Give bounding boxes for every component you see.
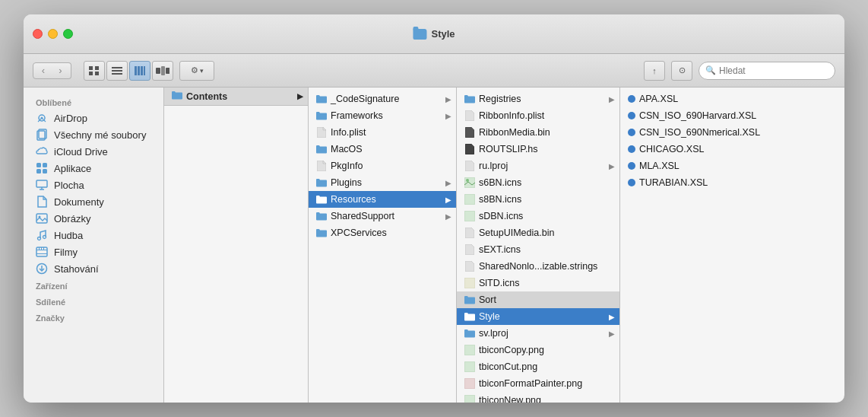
arrow-icon: ▶ xyxy=(609,329,615,338)
pane-4: APA.XSL CSN_ISO_690Harvard.XSL CSN_ISO_6… xyxy=(620,88,844,403)
file-item[interactable]: MacOS xyxy=(309,141,456,158)
file-icon xyxy=(464,228,475,238)
folder-icon xyxy=(464,294,475,305)
svg-rect-43 xyxy=(464,361,475,372)
svg-rect-34 xyxy=(43,247,44,250)
svg-rect-21 xyxy=(43,169,47,173)
sidebar-item-apps[interactable]: Aplikace xyxy=(24,160,163,177)
coverflow-view-button[interactable] xyxy=(152,61,173,81)
search-box[interactable]: 🔍 xyxy=(699,62,835,80)
file-item-apa[interactable]: APA.XSL xyxy=(620,91,844,107)
file-item[interactable]: PkgInfo xyxy=(309,158,456,174)
file-item[interactable]: tbiconFormatPainter.png xyxy=(457,375,619,392)
folder-icon xyxy=(464,94,475,104)
file-item[interactable]: sDBN.icns xyxy=(457,208,619,224)
sidebar-item-label: AirDrop xyxy=(54,113,87,124)
folder-icon xyxy=(464,311,475,322)
svg-rect-7 xyxy=(135,66,137,75)
folder-icon xyxy=(316,211,327,221)
file-item[interactable]: sv.lproj ▶ xyxy=(457,325,619,342)
minimize-button[interactable] xyxy=(48,29,58,39)
sidebar-item-label: Dokumenty xyxy=(54,196,104,208)
sidebar: Oblíbené AirDrop Všechny mé soubory iClo… xyxy=(24,88,164,403)
file-item-csnnmerical[interactable]: CSN_ISO_690Nmerical.XSL xyxy=(620,124,844,141)
file-item[interactable]: s8BN.icns xyxy=(457,191,619,208)
xsl-icon xyxy=(628,162,635,170)
sidebar-item-downloads[interactable]: Stahování xyxy=(24,260,163,277)
sidebar-item-all-files[interactable]: Všechny mé soubory xyxy=(24,126,163,143)
search-input[interactable] xyxy=(719,65,828,76)
file-item[interactable]: Plugins ▶ xyxy=(309,174,456,191)
file-item-sort[interactable]: Sort xyxy=(457,291,619,308)
file-item[interactable]: RibbonMedia.bin xyxy=(457,124,619,141)
tags-section-title: Značky xyxy=(24,309,163,325)
xsl-icon xyxy=(628,129,635,136)
gear-icon: ⚙ xyxy=(191,65,198,75)
file-item[interactable]: ROUTSLIP.hs xyxy=(457,141,619,158)
file-item[interactable]: SharedNonlo...izable.strings xyxy=(457,258,619,275)
svg-rect-39 xyxy=(464,194,475,205)
forward-button[interactable]: › xyxy=(50,62,71,79)
file-icon xyxy=(316,127,327,138)
pane-1-arrow: ▶ xyxy=(297,92,303,100)
sidebar-item-documents[interactable]: Dokumenty xyxy=(24,193,163,210)
tag-icon: ⊙ xyxy=(679,65,686,75)
file-item-turabian[interactable]: TURABIAN.XSL xyxy=(620,174,844,191)
titlebar: Style xyxy=(24,14,844,54)
file-item-style[interactable]: Style ▶ xyxy=(457,308,619,325)
file-item-chicago[interactable]: CHICAGO.XSL xyxy=(620,141,844,158)
sidebar-item-label: Aplikace xyxy=(54,163,91,174)
fullscreen-button[interactable] xyxy=(63,29,73,39)
svg-point-38 xyxy=(466,179,469,182)
tag-button[interactable]: ⊙ xyxy=(671,61,692,81)
action-button[interactable]: ⚙ ▾ xyxy=(179,61,214,81)
file-item[interactable]: sEXT.icns xyxy=(457,241,619,258)
toolbar: ‹ › ⚙ ▾ ↑ ⊙ 🔍 xyxy=(24,54,844,88)
svg-rect-44 xyxy=(464,378,475,389)
folder-icon xyxy=(316,144,327,154)
svg-rect-4 xyxy=(112,67,122,68)
svg-rect-11 xyxy=(156,68,160,74)
file-item[interactable]: tbiconCut.png xyxy=(457,358,619,375)
file-item[interactable]: _CodeSignature ▶ xyxy=(309,91,456,107)
file-item-csnharvard[interactable]: CSN_ISO_690Harvard.XSL xyxy=(620,107,844,124)
svg-rect-22 xyxy=(36,180,47,187)
xsl-icon xyxy=(628,95,635,103)
file-item-mla[interactable]: MLA.XSL xyxy=(620,158,844,174)
arrow-icon: ▶ xyxy=(445,196,451,204)
file-icon xyxy=(464,261,475,272)
file-item[interactable]: SetupUIMedia.bin xyxy=(457,224,619,241)
share-icon: ↑ xyxy=(652,66,657,75)
file-icon xyxy=(464,378,475,389)
file-item[interactable]: Registries ▶ xyxy=(457,91,619,107)
pane-1: Contents ▶ xyxy=(164,88,309,403)
sidebar-item-icloud[interactable]: iCloud Drive xyxy=(24,143,163,160)
column-view-button[interactable] xyxy=(129,61,150,81)
sidebar-item-music[interactable]: Hudba xyxy=(24,227,163,244)
file-item[interactable]: SlTD.icns xyxy=(457,275,619,291)
list-view-button[interactable] xyxy=(106,61,128,81)
file-item[interactable]: RibbonInfo.plist xyxy=(457,107,619,124)
file-icon xyxy=(464,127,475,138)
sidebar-item-desktop[interactable]: Plocha xyxy=(24,177,163,193)
close-button[interactable] xyxy=(33,29,43,39)
file-item-sharedsupport[interactable]: SharedSupport ▶ xyxy=(309,208,456,224)
sidebar-item-pictures[interactable]: Obrázky xyxy=(24,210,163,227)
file-item[interactable]: tbiconNew.png xyxy=(457,392,619,403)
search-icon: 🔍 xyxy=(705,65,716,75)
file-item[interactable]: s6BN.icns xyxy=(457,174,619,191)
file-icon xyxy=(464,278,475,288)
file-item[interactable]: XPCServices xyxy=(309,224,456,241)
svg-rect-6 xyxy=(112,73,122,75)
sidebar-item-movies[interactable]: Filmy xyxy=(24,244,163,260)
file-item[interactable]: Info.plist xyxy=(309,124,456,141)
file-item[interactable]: Frameworks ▶ xyxy=(309,107,456,124)
icon-view-button[interactable] xyxy=(84,61,105,81)
file-item[interactable]: tbiconCopy.png xyxy=(457,342,619,358)
arrow-icon: ▶ xyxy=(445,112,451,120)
sidebar-item-airdrop[interactable]: AirDrop xyxy=(24,110,163,126)
file-item-resources[interactable]: Resources ▶ xyxy=(309,191,456,208)
share-button[interactable]: ↑ xyxy=(644,61,665,81)
file-item[interactable]: ru.lproj ▶ xyxy=(457,158,619,174)
dropdown-arrow-icon: ▾ xyxy=(200,67,204,75)
